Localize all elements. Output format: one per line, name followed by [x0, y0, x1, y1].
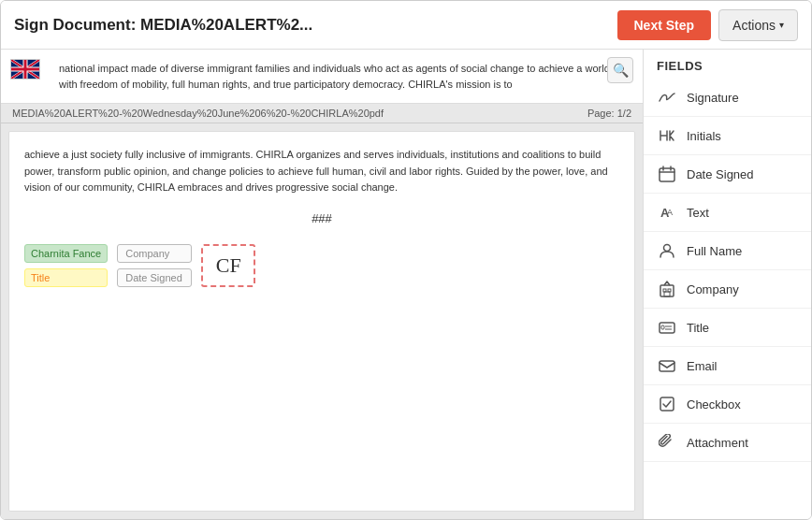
text-icon: A A	[657, 202, 677, 223]
zoom-button[interactable]: 🔍	[607, 57, 633, 83]
svg-point-4	[664, 245, 671, 252]
doc-body-text: achieve a just society fully inclusive o…	[24, 147, 619, 196]
document-title: Sign Document: MEDIA%20ALERT%2...	[14, 16, 312, 35]
doc-page-info: Page: 1/2	[587, 108, 631, 119]
svg-rect-14	[660, 397, 674, 411]
field-label-text: Text	[687, 206, 709, 220]
uk-flag-icon	[10, 59, 40, 79]
calendar-icon	[657, 164, 677, 184]
field-label-initials: Initials	[687, 129, 721, 143]
field-item-company[interactable]: Company	[644, 270, 811, 309]
sig-company-field[interactable]: Company	[117, 244, 192, 263]
svg-rect-12	[661, 325, 664, 329]
field-item-full-name[interactable]: Full Name	[644, 232, 811, 270]
signature-fields-row: Charnita Fance Title Company Date Signed…	[24, 244, 619, 287]
field-label-full-name: Full Name	[687, 244, 742, 258]
field-label-date-signed: Date Signed	[687, 167, 754, 181]
field-item-initials[interactable]: Initials	[644, 117, 811, 155]
sig-image-box[interactable]: CF	[201, 244, 255, 287]
initials-icon	[657, 125, 677, 146]
doc-filename: MEDIA%20ALERT%20-%20Wednesday%20June%206…	[12, 108, 384, 119]
field-label-company: Company	[687, 282, 739, 296]
field-label-checkbox: Checkbox	[687, 397, 741, 412]
person-icon	[657, 240, 677, 261]
zoom-icon: 🔍	[613, 63, 629, 78]
doc-preview-text: national impact made of diverse immigran…	[59, 61, 628, 92]
sig-name-label[interactable]: Charnita Fance	[24, 244, 108, 263]
sig-middle-col: Company Date Signed	[117, 244, 192, 287]
signature-icon	[657, 87, 677, 108]
field-label-email: Email	[687, 359, 718, 373]
document-area: national impact made of diverse immigran…	[1, 50, 643, 519]
chevron-down-icon: ▾	[779, 20, 784, 30]
modal-header: Sign Document: MEDIA%20ALERT%2... Next S…	[1, 1, 811, 50]
actions-button[interactable]: Actions ▾	[718, 9, 798, 41]
email-icon	[657, 355, 677, 376]
svg-rect-5	[660, 285, 674, 296]
next-step-button[interactable]: Next Step	[617, 10, 712, 40]
field-item-attachment[interactable]: Attachment	[644, 424, 811, 462]
building-icon	[657, 279, 677, 299]
field-label-signature: Signature	[687, 91, 739, 105]
checkbox-icon	[657, 394, 677, 414]
header-actions: Next Step Actions ▾	[617, 9, 799, 41]
field-item-text[interactable]: A A Text	[644, 194, 811, 232]
field-item-signature[interactable]: Signature	[644, 79, 811, 117]
doc-preview-section: national impact made of diverse immigran…	[1, 50, 643, 104]
sig-left-col: Charnita Fance Title	[24, 244, 108, 287]
field-label-title: Title	[687, 321, 709, 335]
id-icon	[657, 317, 677, 338]
svg-rect-13	[660, 361, 674, 371]
sig-cursive-text: CF	[216, 253, 241, 278]
sig-title-label[interactable]: Title	[24, 268, 108, 287]
field-label-attachment: Attachment	[687, 436, 748, 450]
fields-panel: FIELDS Signature Initials	[643, 50, 811, 519]
field-item-email[interactable]: Email	[644, 347, 811, 385]
doc-info-bar: MEDIA%20ALERT%20-%20Wednesday%20June%206…	[1, 104, 643, 123]
main-content: national impact made of diverse immigran…	[1, 50, 811, 519]
field-item-title[interactable]: Title	[644, 309, 811, 347]
attachment-icon	[657, 432, 677, 453]
svg-text:A: A	[667, 208, 673, 217]
svg-rect-1	[660, 168, 674, 181]
doc-main-page: achieve a just society fully inclusive o…	[8, 131, 635, 512]
doc-hash-mark: ###	[24, 211, 619, 225]
field-item-checkbox[interactable]: Checkbox	[644, 385, 811, 424]
field-item-date-signed[interactable]: Date Signed	[644, 155, 811, 194]
fields-panel-header: FIELDS	[644, 50, 811, 79]
sig-date-field[interactable]: Date Signed	[117, 268, 192, 287]
